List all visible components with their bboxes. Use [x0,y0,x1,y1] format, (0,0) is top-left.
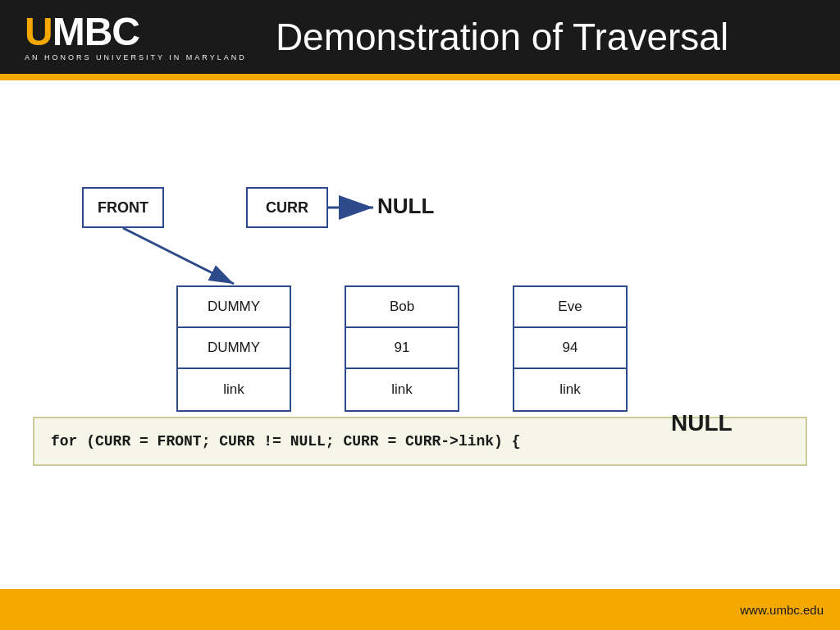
diagram: FRONT CURR NULL DUMMY DUMMY link Bob 91 … [33,105,807,409]
node-dummy-name: DUMMY [178,287,290,328]
node-dummy-link: link [178,369,290,410]
null-eve-label: NULL [671,410,733,436]
node-bob-name: Bob [346,287,458,328]
node-bob: Bob 91 link [345,285,459,412]
curr-pointer-box: CURR [246,187,328,228]
node-dummy: DUMMY DUMMY link [176,285,291,412]
footer-url: www.umbc.edu [740,603,824,617]
node-dummy-value: DUMMY [178,328,290,369]
gold-bar [0,74,840,80]
header: UMBC AN HONORS UNIVERSITY IN MARYLAND De… [0,0,840,74]
node-eve-link: link [514,369,626,410]
main-content: FRONT CURR NULL DUMMY DUMMY link Bob 91 … [0,80,840,589]
code-line: for (CURR = FRONT; CURR != NULL; CURR = … [51,433,521,450]
page-title: Demonstration of Traversal [180,15,824,59]
node-eve: Eve 94 link [513,285,628,412]
node-eve-value: 94 [514,328,626,369]
node-bob-value: 91 [346,328,458,369]
node-bob-link: link [346,369,458,410]
curr-label: CURR [266,199,308,217]
footer: www.umbc.edu [0,589,840,630]
null-curr-label: NULL [377,194,434,219]
svg-line-2 [123,228,234,284]
node-eve-name: Eve [514,287,626,328]
front-pointer-box: FRONT [82,187,164,228]
front-label: FRONT [98,199,148,217]
